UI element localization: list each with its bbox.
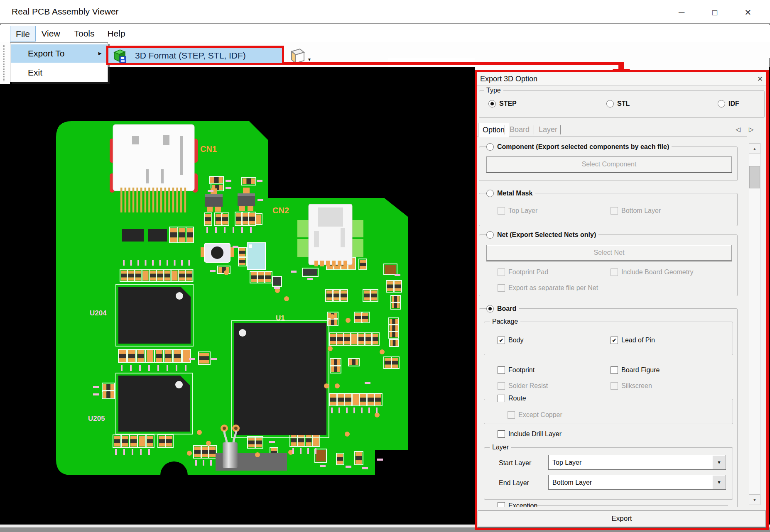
title-bar: Real PCB Assembly Viewer ─ □ ✕ bbox=[0, 0, 770, 24]
checkbox-route[interactable]: ✔Route bbox=[498, 394, 529, 403]
tab-next-icon[interactable]: ▷ bbox=[746, 125, 756, 134]
combo-arrow-icon[interactable]: ▼ bbox=[713, 476, 725, 489]
menu-file[interactable]: File bbox=[10, 26, 36, 41]
scrollbar-track[interactable] bbox=[749, 143, 760, 505]
radio-step[interactable]: STEP bbox=[488, 100, 517, 108]
end-layer-label: End Layer bbox=[499, 479, 529, 487]
select-net-button[interactable]: Select Net bbox=[486, 245, 732, 261]
radio-stl[interactable]: STL bbox=[606, 100, 630, 108]
radio-net[interactable]: Net (Export Selected Nets only) bbox=[486, 231, 598, 239]
option-tab-page: Component (Export selected components by… bbox=[477, 140, 748, 507]
type-group-label: Type bbox=[484, 87, 503, 94]
scrollbar-thumb[interactable] bbox=[749, 166, 760, 188]
export-3d-option-dialog: Export 3D Option ✕ Type STEP STL IDF Opt… bbox=[475, 70, 769, 530]
menu-view[interactable]: View bbox=[39, 26, 62, 41]
export-button[interactable]: Export bbox=[478, 510, 766, 527]
maximize-button[interactable]: □ bbox=[703, 3, 727, 21]
tab-layer[interactable]: Layer bbox=[535, 123, 562, 137]
checkbox-footprint[interactable]: ✔Footprint bbox=[498, 366, 535, 374]
menu-help[interactable]: Help bbox=[105, 26, 128, 41]
radio-metal-mask[interactable]: Metal Mask bbox=[486, 189, 535, 198]
menu-item-exit[interactable]: Exit bbox=[11, 63, 107, 82]
menu-bar: File View Tools Help bbox=[0, 25, 770, 42]
application-window: CN1CN2U204U1U205 Real PCB Assembly Viewe… bbox=[0, 0, 770, 532]
checkbox-silkscreen[interactable]: ✔Silkscreen bbox=[611, 382, 652, 390]
submenu-arrow-icon: ► bbox=[97, 44, 103, 63]
scroll-up-icon[interactable]: ▲ bbox=[749, 143, 760, 154]
select-component-button[interactable]: Select Component bbox=[486, 156, 732, 172]
checkbox-include-board-geometry[interactable]: ✔Include Board Geometry bbox=[611, 268, 693, 276]
tab-strip: Option Board Layer ◁ ▷ bbox=[477, 122, 747, 137]
tab-prev-icon[interactable]: ◁ bbox=[733, 125, 743, 134]
export-submenu: 3D Format (STEP, STL, IDF) bbox=[106, 46, 284, 65]
menu-tools[interactable]: Tools bbox=[71, 26, 97, 41]
checkbox-top-layer[interactable]: ✔Top Layer bbox=[498, 207, 537, 215]
start-layer-label: Start Layer bbox=[499, 459, 531, 467]
checkbox-footprint-pad[interactable]: ✔Footprint Pad bbox=[498, 268, 548, 276]
layer-group-label: Layer bbox=[490, 444, 511, 451]
annotation-arrow-line bbox=[282, 62, 624, 65]
exception-group-line bbox=[520, 505, 728, 506]
dialog-close-icon[interactable]: ✕ bbox=[755, 74, 765, 84]
scroll-down-icon[interactable]: ▼ bbox=[749, 494, 760, 505]
close-button[interactable]: ✕ bbox=[736, 3, 760, 21]
minimize-button[interactable]: ─ bbox=[669, 3, 694, 21]
checkbox-bottom-layer[interactable]: ✔Bottom Layer bbox=[611, 207, 661, 215]
checkbox-body[interactable]: ✔Body bbox=[498, 336, 523, 344]
checkbox-board-figure[interactable]: ✔Board Figure bbox=[611, 366, 660, 374]
toolbar-dock bbox=[0, 42, 10, 84]
radio-board[interactable]: Board bbox=[486, 305, 519, 313]
checkbox-exception[interactable]: ✔Exception bbox=[498, 502, 537, 507]
dialog-title-bar[interactable]: Export 3D Option bbox=[477, 72, 766, 85]
toolbar-more-icon[interactable]: ▼ bbox=[307, 57, 311, 62]
checkbox-export-separate-file[interactable]: ✔Export as separate file per Net bbox=[498, 284, 598, 292]
tab-board[interactable]: Board bbox=[505, 123, 534, 137]
menu-item-export-to[interactable]: Export To ► bbox=[11, 44, 107, 63]
radio-component[interactable]: Component (Export selected components by… bbox=[486, 143, 672, 151]
toolbar-gripper[interactable] bbox=[3, 45, 5, 81]
end-layer-dropdown[interactable]: Bottom Layer ▼ bbox=[548, 475, 726, 490]
checkbox-except-copper[interactable]: ✔Except Copper bbox=[508, 411, 562, 419]
checkbox-solder-resist[interactable]: ✔Solder Resist bbox=[498, 382, 548, 390]
start-layer-dropdown[interactable]: Top Layer ▼ bbox=[548, 455, 726, 470]
checkbox-lead-of-pin[interactable]: ✔Lead of Pin bbox=[611, 336, 655, 344]
3d-export-icon bbox=[112, 48, 127, 63]
checkbox-include-drill-layer[interactable]: ✔Include Drill Layer bbox=[498, 430, 562, 438]
window-title: Real PCB Assembly Viewer bbox=[12, 0, 119, 23]
dialog-title: Export 3D Option bbox=[480, 72, 537, 85]
package-group-label: Package bbox=[490, 318, 520, 325]
combo-arrow-icon[interactable]: ▼ bbox=[713, 456, 725, 469]
file-menu-dropdown: Export To ► Exit bbox=[10, 42, 108, 82]
radio-idf[interactable]: IDF bbox=[718, 100, 739, 108]
submenu-item-3d-format[interactable]: 3D Format (STEP, STL, IDF) bbox=[135, 48, 246, 63]
